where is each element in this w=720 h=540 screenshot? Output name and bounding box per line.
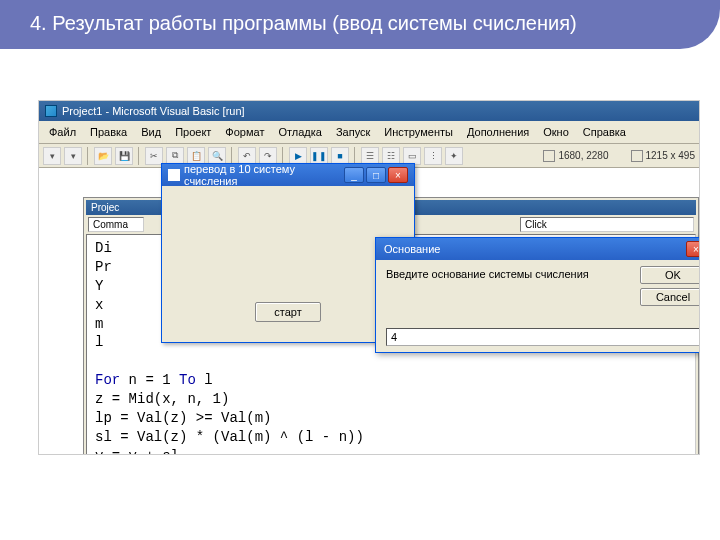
object-combo[interactable]: Comma bbox=[88, 217, 144, 232]
toolbar-separator bbox=[354, 147, 356, 165]
ide-title: Project1 - Microsoft Visual Basic [run] bbox=[62, 105, 245, 117]
start-button[interactable]: старт bbox=[255, 302, 320, 322]
cancel-button[interactable]: Cancel bbox=[640, 288, 700, 306]
run-form-titlebar[interactable]: перевод в 10 систему счисления _ □ × bbox=[162, 164, 414, 186]
tb-undo-icon[interactable]: ↶ bbox=[238, 147, 256, 165]
coords-size: 1215 x 495 bbox=[646, 150, 696, 161]
ok-button[interactable]: OK bbox=[640, 266, 700, 284]
menu-addins[interactable]: Дополнения bbox=[461, 124, 535, 140]
form-icon bbox=[168, 169, 180, 181]
vb-icon bbox=[45, 105, 57, 117]
menu-help[interactable]: Справка bbox=[577, 124, 632, 140]
menu-debug[interactable]: Отладка bbox=[272, 124, 327, 140]
close-icon[interactable]: × bbox=[388, 167, 408, 183]
size-icon bbox=[631, 150, 643, 162]
menu-project[interactable]: Проект bbox=[169, 124, 217, 140]
tb-props-icon[interactable]: ☷ bbox=[382, 147, 400, 165]
tb-cut-icon[interactable]: ✂ bbox=[145, 147, 163, 165]
menu-format[interactable]: Формат bbox=[219, 124, 270, 140]
ide-menu[interactable]: Файл Правка Вид Проект Формат Отладка За… bbox=[39, 121, 699, 144]
toolbar-separator bbox=[87, 147, 89, 165]
menu-tools[interactable]: Инструменты bbox=[378, 124, 459, 140]
proc-combo[interactable]: Click bbox=[520, 217, 694, 232]
tb-open-icon[interactable]: 📂 bbox=[94, 147, 112, 165]
coords-pos: 1680, 2280 bbox=[558, 150, 608, 161]
maximize-icon[interactable]: □ bbox=[366, 167, 386, 183]
ide-titlebar: Project1 - Microsoft Visual Basic [run] bbox=[39, 101, 699, 121]
coords-display: 1680, 2280 1215 x 495 bbox=[543, 150, 695, 162]
inputbox-dialog[interactable]: Основание × Введите основание системы сч… bbox=[375, 237, 700, 353]
dialog-input[interactable] bbox=[386, 328, 700, 346]
menu-run[interactable]: Запуск bbox=[330, 124, 376, 140]
menu-window[interactable]: Окно bbox=[537, 124, 575, 140]
toolbar-separator bbox=[282, 147, 284, 165]
tb-redo-icon[interactable]: ↷ bbox=[259, 147, 277, 165]
tb-new-icon[interactable]: ▾ bbox=[43, 147, 61, 165]
slide-header: 4. Результат работы программы (ввод сист… bbox=[0, 0, 720, 49]
tb-save-icon[interactable]: 💾 bbox=[115, 147, 133, 165]
tb-paste-icon[interactable]: 📋 bbox=[187, 147, 205, 165]
dialog-title: Основание bbox=[384, 243, 440, 255]
tb-find-icon[interactable]: 🔍 bbox=[208, 147, 226, 165]
tb-form-icon[interactable]: ▭ bbox=[403, 147, 421, 165]
close-icon[interactable]: × bbox=[686, 241, 700, 257]
tb-run-icon[interactable]: ▶ bbox=[289, 147, 307, 165]
tb-project-icon[interactable]: ☰ bbox=[361, 147, 379, 165]
tb-copy-icon[interactable]: ⧉ bbox=[166, 147, 184, 165]
dialog-body: Введите основание системы счисления OK C… bbox=[376, 260, 700, 352]
dialog-titlebar[interactable]: Основание × bbox=[376, 238, 700, 260]
run-form-title: перевод в 10 систему счисления bbox=[184, 163, 344, 187]
screenshot: Project1 - Microsoft Visual Basic [run] … bbox=[38, 100, 700, 455]
menu-view[interactable]: Вид bbox=[135, 124, 167, 140]
tb-pause-icon[interactable]: ❚❚ bbox=[310, 147, 328, 165]
menu-file[interactable]: Файл bbox=[43, 124, 82, 140]
tb-objbrowser-icon[interactable]: ⋮ bbox=[424, 147, 442, 165]
tb-stop-icon[interactable]: ■ bbox=[331, 147, 349, 165]
slide-heading: 4. Результат работы программы (ввод сист… bbox=[30, 12, 577, 34]
minimize-icon[interactable]: _ bbox=[344, 167, 364, 183]
toolbar-separator bbox=[231, 147, 233, 165]
toolbar-separator bbox=[138, 147, 140, 165]
tb-addform-icon[interactable]: ▾ bbox=[64, 147, 82, 165]
tb-toolbox-icon[interactable]: ✦ bbox=[445, 147, 463, 165]
menu-edit[interactable]: Правка bbox=[84, 124, 133, 140]
position-icon bbox=[543, 150, 555, 162]
